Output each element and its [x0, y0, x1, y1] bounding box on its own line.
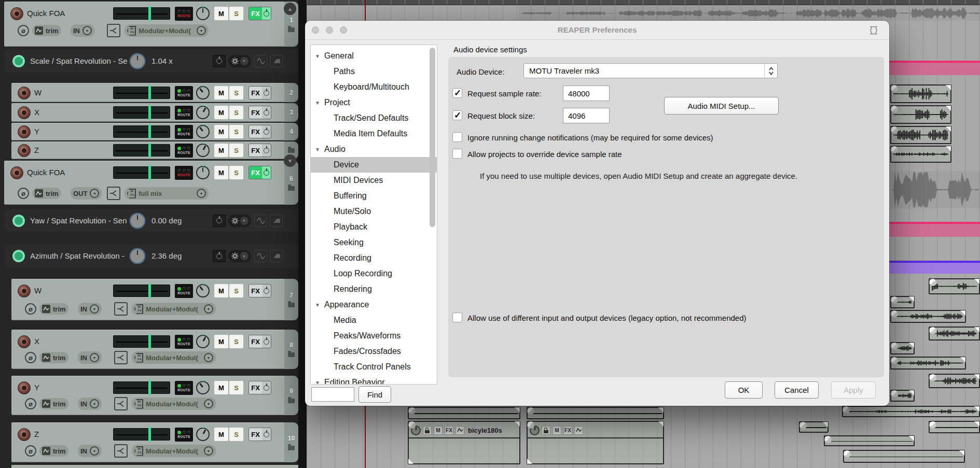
route-button[interactable]: ROUTE: [175, 166, 193, 180]
solo-button[interactable]: S: [229, 335, 243, 348]
fade-in-handle[interactable]: [891, 310, 898, 318]
media-item-audio[interactable]: [890, 296, 915, 308]
fade-out-handle[interactable]: [909, 436, 914, 441]
volume-fader[interactable]: [113, 428, 170, 441]
fade-handle[interactable]: [408, 459, 413, 464]
fx-bypass-icon[interactable]: [262, 335, 271, 348]
fx-button[interactable]: FX: [249, 335, 271, 348]
solo-button[interactable]: S: [229, 125, 243, 138]
dialog-titlebar[interactable]: REAPER Preferences: [305, 21, 889, 40]
solo-button[interactable]: S: [229, 284, 243, 297]
sidebar-item-fades-crossfades[interactable]: Fades/Crossfades: [311, 344, 437, 359]
fade-in-handle[interactable]: [929, 374, 936, 381]
mute-button[interactable]: M: [214, 86, 228, 100]
fade-in-handle[interactable]: [408, 421, 416, 429]
fader-handle[interactable]: [148, 105, 151, 120]
fade-in-handle[interactable]: [824, 436, 832, 443]
fade-out-handle[interactable]: [515, 421, 520, 427]
track-number-tab[interactable]: 3: [284, 103, 298, 122]
fx-bypass-icon[interactable]: [262, 285, 271, 297]
sidebar-item-media-item-defaults[interactable]: Media Item Defaults: [311, 126, 437, 141]
fx-bypass-icon[interactable]: [262, 106, 271, 119]
envelope-bypass-button[interactable]: [213, 55, 226, 67]
media-item-audio[interactable]: [842, 406, 980, 417]
pan-knob[interactable]: [196, 166, 210, 179]
mute-button[interactable]: M: [214, 7, 228, 20]
lock-icon[interactable]: [423, 426, 432, 435]
fade-in-handle[interactable]: [929, 279, 936, 286]
volume-fader[interactable]: [113, 125, 170, 138]
record-arm-button[interactable]: [18, 87, 31, 100]
track-panel-z[interactable]: Z ROUTE M S FX 10 ø trim IN▼ INFX Modula…: [0, 422, 298, 462]
track-name[interactable]: Quick FOA: [27, 168, 65, 177]
sidebar-item-playback[interactable]: Playback: [311, 219, 437, 235]
track-panel-w[interactable]: W ROUTE M S FX 2: [0, 83, 298, 102]
sidebar-item-track-send-defaults[interactable]: Track/Send Defaults: [311, 110, 437, 126]
chevron-down-icon[interactable]: ▼: [240, 57, 249, 65]
pan-knob[interactable]: [196, 106, 210, 119]
sample-rate-input[interactable]: 48000: [563, 86, 610, 101]
solo-button[interactable]: S: [229, 106, 243, 119]
scroll-down-icon[interactable]: ▼: [284, 154, 296, 167]
expand-triangle-icon[interactable]: ▼: [315, 147, 320, 152]
media-item[interactable]: [527, 407, 664, 419]
fade-out-handle[interactable]: [959, 450, 964, 456]
media-item-labeled[interactable]: M FX: [527, 421, 664, 464]
mute-button[interactable]: M: [214, 428, 228, 441]
fader-handle[interactable]: [148, 427, 151, 442]
fader-handle[interactable]: [148, 6, 151, 21]
track-panel-w[interactable]: W ROUTE M S FX 7 ø trim IN▼ INFX Modular…: [0, 279, 298, 320]
fade-out-handle[interactable]: [658, 421, 664, 427]
track-number-tab[interactable]: 6: [284, 161, 298, 205]
mute-icon[interactable]: M: [434, 426, 443, 435]
routing-split-icon[interactable]: [114, 302, 128, 316]
envelope-lane[interactable]: Yaw / Spat Revolution - Sen 0.00 deg ▼: [5, 209, 306, 232]
track-name[interactable]: Quick FOA: [27, 9, 65, 18]
envelope-trim-button[interactable]: trim: [39, 352, 68, 363]
ok-button[interactable]: OK: [725, 381, 763, 399]
envelope-shape-fader-icon[interactable]: [270, 250, 283, 262]
track-name[interactable]: Y: [34, 383, 39, 392]
track-panel-quick-foa[interactable]: Quick FOA ROUTE M S FX 6 ø trim OUT▼ INF…: [0, 161, 298, 205]
io-button[interactable]: IN▼: [71, 24, 94, 37]
fade-out-handle[interactable]: [974, 421, 979, 427]
phase-button[interactable]: ø: [25, 398, 36, 409]
fx-button[interactable]: FX: [249, 125, 271, 138]
volume-fader[interactable]: [113, 7, 170, 20]
request-block-size-checkbox[interactable]: [452, 110, 462, 120]
track-number-tab[interactable]: 8: [284, 330, 298, 369]
fade-out-handle[interactable]: [515, 407, 520, 413]
volume-fader[interactable]: [113, 381, 170, 394]
track-number-tab[interactable]: 9: [284, 376, 298, 415]
track-number-tab[interactable]: 4: [284, 123, 298, 140]
sidebar-item-recording[interactable]: Recording: [311, 250, 437, 266]
fx-button[interactable]: FX: [249, 144, 271, 157]
fade-out-handle[interactable]: [909, 343, 914, 348]
fx-icon[interactable]: FX: [445, 426, 453, 435]
fade-in-handle[interactable]: [527, 421, 534, 429]
dropdown-stepper-icon[interactable]: [764, 64, 777, 78]
expand-triangle-icon[interactable]: ▼: [315, 53, 320, 59]
envelope-shape-sine-icon[interactable]: [254, 215, 267, 227]
record-arm-button[interactable]: [18, 106, 31, 119]
request-sample-rate-checkbox[interactable]: [452, 88, 462, 98]
envelope-value-knob[interactable]: [131, 214, 144, 228]
media-item-audio[interactable]: [890, 126, 951, 144]
fade-in-handle[interactable]: [891, 296, 898, 304]
io-button[interactable]: IN▼: [78, 398, 102, 410]
phase-button[interactable]: ø: [25, 445, 36, 457]
mute-button[interactable]: M: [214, 125, 228, 138]
mute-button[interactable]: M: [214, 381, 228, 394]
record-arm-button[interactable]: [10, 7, 23, 20]
envelope-settings-button[interactable]: ▼: [228, 215, 251, 227]
audio-waveform[interactable]: [519, 6, 980, 21]
pan-knob[interactable]: [196, 144, 210, 157]
fade-out-handle[interactable]: [974, 374, 979, 379]
expand-triangle-icon[interactable]: ▼: [315, 380, 320, 385]
chevron-down-icon[interactable]: ▼: [197, 189, 206, 198]
fader-handle[interactable]: [148, 283, 151, 298]
find-input[interactable]: [311, 387, 354, 402]
track-name[interactable]: X: [34, 108, 39, 117]
solo-button[interactable]: S: [229, 86, 243, 100]
chevron-down-icon[interactable]: ▼: [90, 353, 99, 362]
